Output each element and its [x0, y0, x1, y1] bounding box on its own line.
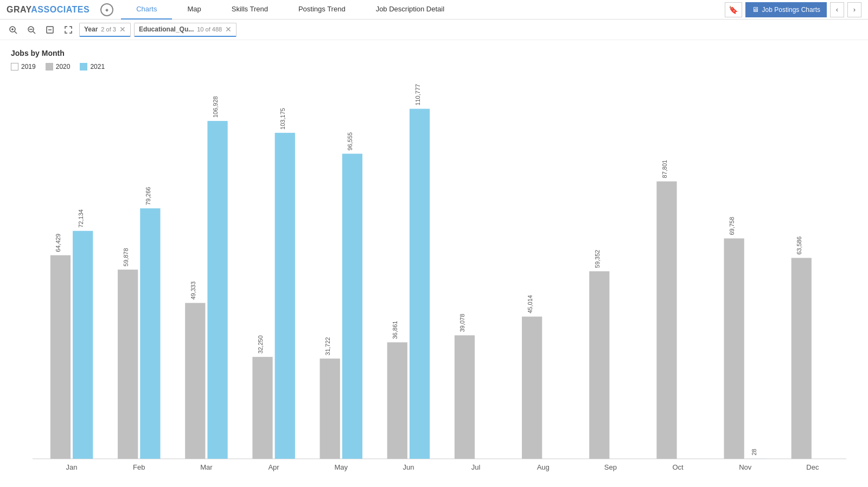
svg-text:Nov: Nov	[739, 463, 752, 471]
zoom-out-icon	[46, 25, 54, 34]
svg-text:32,250: 32,250	[257, 335, 264, 354]
svg-rect-24	[118, 270, 138, 459]
year-filter-count: 2 of 3	[101, 26, 116, 33]
edu-filter-count: 10 of 488	[197, 26, 222, 33]
monitor-icon: 🖥	[752, 5, 759, 14]
search-plus-icon	[9, 25, 17, 34]
logo-icon: ●	[100, 3, 113, 16]
svg-rect-26	[185, 303, 205, 459]
svg-text:Apr: Apr	[268, 463, 279, 471]
svg-rect-27	[207, 121, 227, 459]
svg-rect-30	[320, 358, 340, 459]
svg-rect-38	[724, 239, 744, 459]
svg-text:Feb: Feb	[133, 463, 145, 471]
svg-text:96,555: 96,555	[347, 132, 353, 151]
chart-legend: 2019 2020 2021	[11, 63, 857, 71]
svg-rect-40	[792, 258, 812, 459]
svg-text:Jun: Jun	[403, 463, 414, 471]
svg-text:103,175: 103,175	[279, 108, 286, 130]
zoom-fit-button[interactable]	[24, 22, 39, 37]
svg-text:Dec: Dec	[806, 463, 819, 471]
legend-swatch-2020	[46, 63, 53, 71]
edu-filter-tag[interactable]: Educational_Qu... 10 of 488 ✕	[134, 23, 237, 37]
svg-rect-22	[50, 255, 71, 459]
svg-text:Jul: Jul	[471, 463, 481, 471]
chart-svg-container: JanFebMarAprMayJunJulAugSepOctNovDec 64,…	[11, 79, 857, 480]
nav-job-description-detail[interactable]: Job Description Detail	[361, 0, 459, 20]
svg-text:31,722: 31,722	[324, 337, 331, 356]
edu-filter-close[interactable]: ✕	[225, 25, 232, 33]
nav-postings-trend[interactable]: Postings Trend	[283, 0, 361, 20]
nav-charts[interactable]: Charts	[121, 0, 172, 20]
nav-map[interactable]: Map	[172, 0, 216, 20]
svg-rect-28	[252, 357, 272, 459]
chart-title: Jobs by Month	[11, 49, 857, 57]
main-nav: Charts Map Skills Trend Postings Trend J…	[121, 0, 724, 20]
svg-rect-23	[73, 231, 93, 459]
legend-swatch-2021	[80, 63, 87, 71]
svg-text:72,134: 72,134	[78, 209, 84, 228]
next-button[interactable]: ›	[847, 2, 861, 17]
top-nav-bar: GRAYASSOCIATES ● Charts Map Skills Trend…	[0, 0, 868, 20]
legend-label-2021: 2021	[90, 63, 105, 71]
svg-text:Oct: Oct	[672, 463, 684, 471]
svg-text:Mar: Mar	[200, 463, 213, 471]
legend-2021: 2021	[80, 63, 105, 71]
fullscreen-button[interactable]	[61, 22, 76, 37]
prev-button[interactable]: ‹	[830, 2, 844, 17]
svg-rect-31	[342, 153, 362, 459]
active-view-label: Job Postings Charts	[762, 6, 820, 14]
svg-rect-37	[656, 181, 676, 459]
zoom-in-button[interactable]	[5, 22, 21, 37]
bookmark-button[interactable]: 🔖	[725, 2, 742, 17]
svg-rect-29	[275, 133, 295, 459]
zoom-fit-icon	[27, 25, 36, 34]
year-filter-tag[interactable]: Year 2 of 3 ✕	[79, 23, 131, 37]
svg-text:Jan: Jan	[66, 463, 78, 471]
svg-text:39,078: 39,078	[459, 314, 465, 332]
svg-text:45,014: 45,014	[527, 295, 533, 313]
svg-text:Sep: Sep	[604, 463, 617, 471]
svg-rect-32	[387, 342, 407, 459]
legend-2020: 2020	[46, 63, 71, 71]
svg-text:79,266: 79,266	[145, 187, 151, 206]
svg-text:28: 28	[751, 449, 757, 456]
edu-filter-label: Educational_Qu...	[139, 25, 194, 33]
svg-text:106,928: 106,928	[212, 96, 219, 118]
svg-rect-33	[410, 109, 430, 459]
active-view-button[interactable]: 🖥 Job Postings Charts	[745, 2, 827, 17]
year-filter-close[interactable]: ✕	[119, 25, 126, 33]
svg-rect-34	[455, 335, 475, 459]
svg-text:Aug: Aug	[537, 463, 550, 471]
top-right-controls: 🔖 🖥 Job Postings Charts ‹ ›	[725, 2, 861, 17]
svg-rect-25	[140, 208, 160, 459]
svg-rect-36	[589, 271, 609, 459]
legend-label-2019: 2019	[21, 63, 36, 71]
svg-text:69,758: 69,758	[729, 217, 735, 235]
nav-skills-trend[interactable]: Skills Trend	[216, 0, 283, 20]
svg-text:59,352: 59,352	[594, 250, 601, 268]
svg-text:87,801: 87,801	[661, 160, 668, 178]
logo: GRAYASSOCIATES	[7, 5, 90, 15]
svg-text:May: May	[334, 463, 348, 471]
svg-text:110,777: 110,777	[414, 84, 421, 106]
filter-bar: Year 2 of 3 ✕ Educational_Qu... 10 of 48…	[0, 20, 868, 40]
legend-swatch-2019	[11, 63, 18, 71]
bar-chart: JanFebMarAprMayJunJulAugSepOctNovDec 64,…	[11, 79, 857, 480]
chart-area: Jobs by Month 2019 2020 2021 JanFebMarAp…	[0, 40, 868, 486]
svg-rect-35	[522, 317, 542, 459]
legend-2019: 2019	[11, 63, 36, 71]
svg-text:49,333: 49,333	[190, 281, 196, 300]
svg-text:63,586: 63,586	[796, 236, 802, 255]
svg-line-5	[33, 31, 35, 34]
svg-text:36,861: 36,861	[392, 321, 398, 339]
svg-line-1	[15, 31, 17, 34]
svg-text:59,878: 59,878	[123, 248, 129, 266]
zoom-out-button[interactable]	[42, 22, 58, 37]
legend-label-2020: 2020	[56, 63, 71, 71]
fullscreen-icon	[64, 25, 73, 34]
year-filter-label: Year	[84, 25, 98, 33]
svg-text:64,429: 64,429	[55, 234, 61, 252]
